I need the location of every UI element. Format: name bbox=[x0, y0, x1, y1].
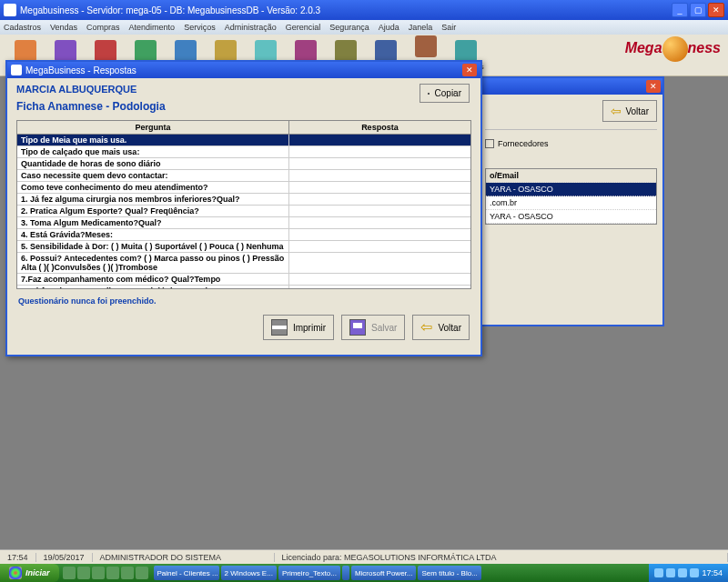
warning-note: Questionário nunca foi preenchido. bbox=[18, 296, 470, 306]
taskbar-task[interactable]: Painel - Clientes ... bbox=[154, 566, 219, 580]
bg-voltar-button[interactable]: ⇦ Voltar bbox=[602, 100, 657, 122]
ql-icon[interactable] bbox=[92, 567, 105, 579]
answer-cell[interactable] bbox=[289, 146, 470, 157]
minimize-button[interactable]: _ bbox=[672, 3, 688, 17]
list-item[interactable]: .com.br bbox=[486, 196, 656, 210]
menu-serviços[interactable]: Serviços bbox=[184, 23, 216, 32]
imprimir-label: Imprimir bbox=[293, 323, 326, 333]
menu-atendimento[interactable]: Atendimento bbox=[129, 23, 176, 32]
table-row[interactable]: 1. Já fez alguma cirurgia nos membros in… bbox=[17, 194, 470, 206]
tray-icon[interactable] bbox=[654, 568, 663, 577]
menu-ajuda[interactable]: Ajuda bbox=[379, 23, 399, 32]
answer-cell[interactable] bbox=[289, 135, 470, 146]
answer-cell[interactable] bbox=[289, 241, 470, 252]
list-item[interactable]: YARA - OSASCO bbox=[486, 183, 656, 196]
copiar-button[interactable]: Copiar bbox=[420, 84, 470, 103]
tray-icon[interactable] bbox=[690, 568, 699, 577]
app-title: Megabusiness - Servidor: mega-05 - DB: M… bbox=[20, 5, 672, 15]
answer-cell[interactable] bbox=[289, 229, 470, 240]
respostas-dialog: MegaBusiness - Respostas ✕ MARCIA ALBUQU… bbox=[5, 60, 482, 356]
menu-compras[interactable]: Compras bbox=[86, 23, 120, 32]
menu-janela[interactable]: Janela bbox=[409, 23, 433, 32]
ql-icon[interactable] bbox=[136, 567, 148, 579]
answer-cell[interactable] bbox=[289, 274, 470, 285]
table-row[interactable]: 4. Está Grávida?Meses: bbox=[17, 229, 470, 241]
table-row[interactable]: Quantidade de horas de sono diário bbox=[17, 158, 470, 170]
dialog-icon bbox=[11, 65, 22, 75]
tray-icon[interactable] bbox=[678, 568, 687, 577]
toolbar-icon bbox=[255, 40, 277, 62]
question-cell: Como teve conhecimento do meu atendiment… bbox=[17, 182, 289, 193]
toolbar-icon bbox=[335, 40, 357, 62]
status-license: Licenciado para: MEGASOLUTIONS INFORMÁTI… bbox=[275, 553, 728, 562]
start-label: Iniciar bbox=[25, 568, 50, 577]
answer-cell[interactable] bbox=[289, 182, 470, 193]
bg-close-button[interactable]: ✕ bbox=[646, 80, 661, 93]
table-header: Pergunta Resposta bbox=[17, 121, 470, 135]
list-item[interactable]: YARA - OSASCO bbox=[486, 210, 656, 224]
taskbar-task[interactable]: 2 Windows E... bbox=[221, 566, 277, 580]
menu-sair[interactable]: Sair bbox=[441, 23, 456, 32]
answer-cell[interactable] bbox=[289, 158, 470, 169]
menu-vendas[interactable]: Vendas bbox=[50, 23, 77, 32]
fornecedores-checkbox[interactable]: Fornecedores bbox=[485, 139, 657, 148]
ql-icon[interactable] bbox=[106, 567, 119, 579]
table-row[interactable]: 5. Sensibilidade à Dor: ( ) Muita ( ) Su… bbox=[17, 241, 470, 253]
table-row[interactable]: 8. Já fez algum procedimento podológico?… bbox=[17, 286, 470, 289]
bg-list[interactable]: o/Email YARA - OSASCO.com.brYARA - OSASC… bbox=[485, 168, 657, 225]
table-row[interactable]: Caso necessite quem devo contactar: bbox=[17, 170, 470, 182]
answer-cell[interactable] bbox=[289, 286, 470, 289]
tray-icon[interactable] bbox=[666, 568, 675, 577]
menu-administração[interactable]: Administração bbox=[225, 23, 277, 32]
question-cell: 8. Já fez algum procedimento podológico?… bbox=[17, 286, 289, 289]
close-button[interactable]: ✕ bbox=[708, 3, 724, 17]
ql-icon[interactable] bbox=[63, 567, 76, 579]
table-row[interactable]: 7.Faz acompanhamento com médico? Qual?Te… bbox=[17, 274, 470, 286]
windows-taskbar: Iniciar Painel - Clientes ...2 Windows E… bbox=[0, 564, 728, 582]
voltar-button[interactable]: ⇦ Voltar bbox=[412, 315, 470, 340]
tray-clock[interactable]: 17:54 bbox=[702, 568, 723, 577]
ql-icon[interactable] bbox=[121, 567, 134, 579]
table-row[interactable]: Como teve conhecimento do meu atendiment… bbox=[17, 182, 470, 194]
menu-segurança[interactable]: Segurança bbox=[329, 23, 369, 32]
questions-table[interactable]: Pergunta Resposta Tipo de Meia que mais … bbox=[16, 120, 471, 289]
start-button[interactable]: Iniciar bbox=[0, 564, 59, 582]
taskbar-task[interactable]: Primeiro_Texto... bbox=[278, 566, 340, 580]
menubar: CadastrosVendasComprasAtendimentoServiço… bbox=[0, 20, 728, 35]
system-tray[interactable]: 17:54 bbox=[649, 564, 728, 582]
taskbar-task[interactable] bbox=[342, 566, 349, 580]
answer-cell[interactable] bbox=[289, 217, 470, 228]
menu-cadastros[interactable]: Cadastros bbox=[4, 23, 41, 32]
question-cell: 6. Possui? Antecedentes com? ( ) Marca p… bbox=[17, 253, 289, 273]
background-window: ✕ ⇦ Voltar Fornecedores o/Email YARA - O… bbox=[478, 76, 664, 326]
ql-icon[interactable] bbox=[77, 567, 90, 579]
imprimir-button[interactable]: Imprimir bbox=[263, 315, 334, 340]
table-row[interactable]: Tipo de calçado que mais usa: bbox=[17, 146, 470, 158]
answer-cell[interactable] bbox=[289, 253, 470, 273]
table-row[interactable]: 6. Possui? Antecedentes com? ( ) Marca p… bbox=[17, 253, 470, 274]
taskbar-task[interactable]: Microsoft Power... bbox=[351, 566, 417, 580]
toolbar-icon bbox=[135, 40, 157, 62]
bg-voltar-label: Voltar bbox=[625, 106, 649, 116]
toolbar-icon bbox=[455, 40, 477, 62]
table-row[interactable]: 2. Pratica Algum Esporte? Qual? Freqüênc… bbox=[17, 206, 470, 217]
question-cell: 3. Toma Algum Medicamento?Qual? bbox=[17, 217, 289, 228]
checkbox-icon bbox=[485, 139, 494, 148]
menu-gerencial[interactable]: Gerencial bbox=[286, 23, 321, 32]
answer-cell[interactable] bbox=[289, 170, 470, 181]
table-row[interactable]: Tipo de Meia que mais usa. bbox=[17, 135, 470, 146]
question-cell: 7.Faz acompanhamento com médico? Qual?Te… bbox=[17, 274, 289, 285]
question-cell: 2. Pratica Algum Esporte? Qual? Freqüênc… bbox=[17, 206, 289, 216]
answer-cell[interactable] bbox=[289, 194, 470, 205]
form-subtitle: Ficha Anamnese - Podologia bbox=[16, 100, 471, 113]
taskbar-task[interactable]: Sem título - Blo... bbox=[418, 566, 480, 580]
status-user: ADMINISTRADOR DO SISTEMA bbox=[93, 553, 275, 562]
maximize-button[interactable]: ▢ bbox=[690, 3, 706, 17]
app-icon bbox=[4, 4, 16, 16]
dialog-close-button[interactable]: ✕ bbox=[462, 64, 477, 76]
table-row[interactable]: 3. Toma Algum Medicamento?Qual? bbox=[17, 217, 470, 229]
question-cell: 1. Já fez alguma cirurgia nos membros in… bbox=[17, 194, 289, 205]
answer-cell[interactable] bbox=[289, 206, 470, 216]
toolbar-icon bbox=[95, 40, 116, 62]
salvar-button[interactable]: Salvar bbox=[341, 315, 405, 340]
